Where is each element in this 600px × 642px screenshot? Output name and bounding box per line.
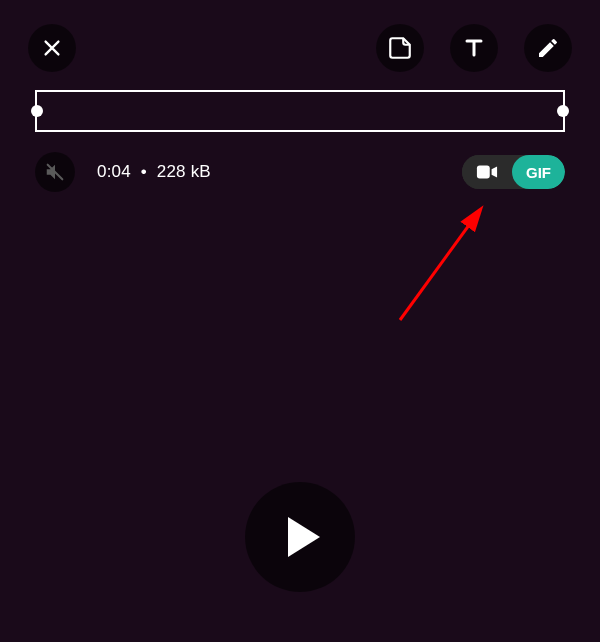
svg-line-1 <box>400 210 480 320</box>
trim-handle-right[interactable] <box>557 105 569 117</box>
mute-icon <box>44 161 66 183</box>
toolbar-right <box>376 24 572 72</box>
mute-button[interactable] <box>35 152 75 192</box>
duration-text: 0:04 <box>97 162 131 181</box>
info-row: 0:04 • 228 kB GIF <box>35 152 565 192</box>
size-text: 228 kB <box>157 162 211 181</box>
text-button[interactable] <box>450 24 498 72</box>
trim-handle-left[interactable] <box>31 105 43 117</box>
toggle-video[interactable] <box>462 155 512 189</box>
video-trimmer[interactable] <box>35 90 565 132</box>
text-icon <box>462 36 486 60</box>
play-button[interactable] <box>245 482 355 592</box>
info-separator: • <box>141 162 147 181</box>
toggle-gif[interactable]: GIF <box>512 155 565 189</box>
draw-button[interactable] <box>524 24 572 72</box>
video-info: 0:04 • 228 kB <box>97 162 211 182</box>
svg-rect-0 <box>477 166 490 179</box>
sticker-icon <box>387 35 413 61</box>
annotation-arrow <box>380 200 500 330</box>
close-button[interactable] <box>28 24 76 72</box>
video-icon <box>476 164 498 180</box>
close-icon <box>41 37 63 59</box>
editor-toolbar <box>0 20 600 76</box>
play-icon <box>288 517 320 557</box>
video-gif-toggle: GIF <box>462 155 565 189</box>
gif-label: GIF <box>526 164 551 181</box>
pencil-icon <box>536 36 560 60</box>
sticker-button[interactable] <box>376 24 424 72</box>
